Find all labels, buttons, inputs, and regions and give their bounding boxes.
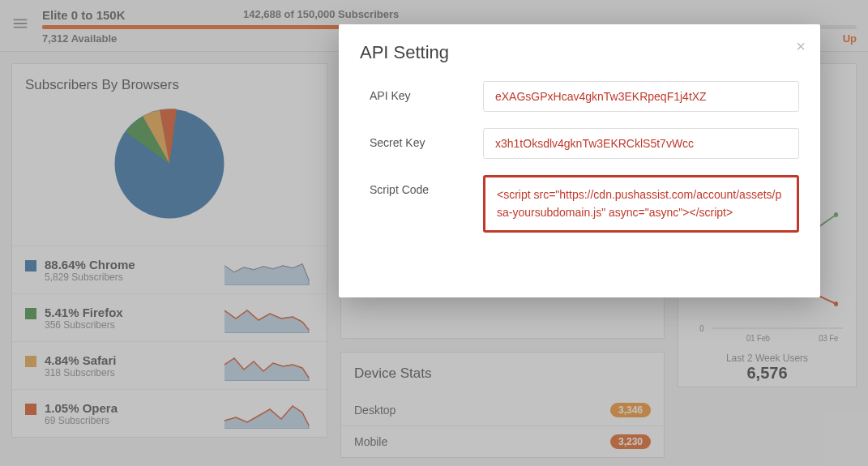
api-key-field[interactable]: eXAGsGPxHcav4gknTw3EKRpeqF1j4tXZ <box>483 81 799 112</box>
secret-key-label: Secret Key <box>370 128 483 149</box>
api-setting-modal: × API Setting API Key eXAGsGPxHcav4gknTw… <box>339 24 820 297</box>
api-key-label: API Key <box>370 81 483 102</box>
secret-key-field[interactable]: x3h1tOksdlv4gknTw3EKRCklS5t7vWcc <box>483 128 799 159</box>
script-code-label: Script Code <box>370 175 483 196</box>
modal-title: API Setting <box>360 42 799 63</box>
close-icon[interactable]: × <box>796 37 806 56</box>
script-code-field[interactable]: <script src="https://cdn.pushassist.com/… <box>483 175 799 233</box>
